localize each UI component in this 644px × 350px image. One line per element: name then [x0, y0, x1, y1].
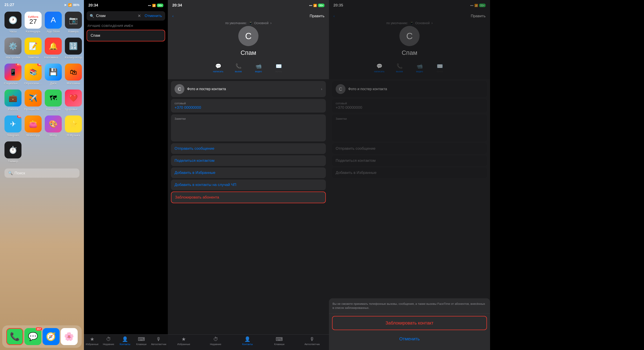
calendar-day: 27: [29, 18, 37, 25]
edit-button-4: Править: [471, 14, 486, 18]
photo-poster-avatar-4: С: [336, 84, 346, 94]
block-dialog-screen: 20:35 ▪▪▪ 📶 31+ ‹ Править по умолчанию: …: [329, 0, 490, 350]
app-reminders[interactable]: 🔔 Напоминания: [44, 38, 62, 59]
tab-contacts-3[interactable]: 👤 Контакты: [241, 336, 254, 346]
cancel-button[interactable]: Отменить: [144, 14, 162, 18]
contact-result[interactable]: Спам: [86, 30, 165, 42]
app-nav[interactable]: 🗺 Навигация: [44, 90, 62, 111]
search-clear-icon[interactable]: ✕: [138, 14, 141, 18]
messages-badge: 657: [36, 327, 42, 331]
tab-recent-3[interactable]: ⏱ Недавние: [209, 336, 222, 346]
app-clock[interactable]: 🕐 Часы: [4, 12, 22, 33]
dock-phone[interactable]: 📞: [6, 328, 23, 345]
app-appstore[interactable]: A App Store: [44, 12, 62, 33]
dock-messages[interactable]: 💬 657: [24, 328, 42, 345]
notes-section-4: Заметки: [332, 114, 487, 142]
app-timer[interactable]: ⏱️ Таймер: [4, 142, 22, 163]
social-icon: 📱 451: [4, 64, 22, 80]
edu-label: Образование: [24, 82, 42, 85]
health-label: Здоровье и фит...: [64, 108, 82, 111]
default-icon: 📱: [248, 21, 252, 25]
tab-voicemail-2[interactable]: 🎙 Автоответчик: [151, 336, 166, 346]
edit-button-3[interactable]: Править: [310, 14, 324, 18]
add-favorites-btn-3[interactable]: Добавить в Избранные: [171, 168, 326, 178]
tab-favorites-3[interactable]: ★ Избранные: [177, 336, 190, 346]
tab-voicemail-3[interactable]: 🎙 Автоответчик: [304, 336, 320, 346]
status-bar: 21:27 ➤ 📶 86%: [0, 0, 84, 8]
message-label-3: написать: [213, 70, 223, 73]
keyboard-icon-2: ⌨: [138, 336, 145, 342]
share-contact-btn-3[interactable]: Поделиться контактом: [171, 155, 326, 166]
calendar-icon: Суббота 27: [24, 12, 42, 29]
action-call-3[interactable]: 📞 вызов: [230, 60, 247, 76]
phone-section-3: сотовый +370 00000000: [171, 99, 326, 112]
action-call-4: 📞 вызов: [391, 60, 408, 76]
photo-poster-3[interactable]: С Фото и постер контакта ›: [171, 81, 326, 97]
add-emergency-btn-3[interactable]: Добавить в контакты на случай ЧП: [171, 180, 326, 190]
app-disk[interactable]: 💾 Диск: [44, 64, 62, 85]
phone-row-3[interactable]: сотовый +370 00000000: [171, 99, 326, 112]
video-label-4: видео: [416, 70, 423, 73]
app-shops[interactable]: 🛍 Магазины: [64, 64, 82, 85]
app-notes[interactable]: 📝 Заметки: [24, 38, 42, 59]
block-btn-3[interactable]: Заблокировать абонента: [171, 192, 326, 203]
voicemail-icon-3: 🎙: [310, 336, 314, 342]
tab-keyboard-3[interactable]: ⌨ Клавиши: [272, 336, 286, 346]
back-button-4: ‹: [334, 14, 335, 18]
block-confirm-button[interactable]: Заблокировать контакт: [332, 316, 487, 330]
app-edu[interactable]: 📚 96 Образование: [24, 64, 42, 85]
app-telegram[interactable]: ✈ 65 Telegram: [4, 116, 22, 137]
bottom-spacer-3: [168, 204, 329, 232]
app-settings[interactable]: ⚙️ Настройки: [4, 38, 22, 59]
tab-favorites-2[interactable]: ★ Избранные: [86, 336, 99, 346]
signal-icon-4: ▪▪▪: [470, 4, 474, 7]
health-icon: ❤️: [65, 90, 82, 106]
favorites-label-2: Избранные: [86, 343, 99, 346]
block-cancel-button[interactable]: Отменить: [332, 332, 487, 346]
edu-badge: 96: [37, 64, 42, 66]
timer-icon: ⏱️: [4, 142, 22, 158]
message-icon-4: 💬: [376, 63, 382, 69]
dock-photos[interactable]: 🌸: [61, 328, 78, 345]
appstore-label: App Store: [47, 30, 60, 33]
add-favorites-btn-4: Добавить в Избранные: [332, 168, 487, 178]
call-label-3: вызов: [235, 70, 242, 73]
keyboard-icon-3: ⌨: [276, 336, 283, 342]
settings-icon: ⚙️: [4, 38, 22, 54]
app-moby[interactable]: 🎨 Moby: [44, 116, 62, 137]
mail-icon-3: ✉️: [276, 63, 282, 69]
contact-name-3: Спам: [240, 49, 256, 56]
battery: 86%: [73, 3, 80, 7]
phone-row-4: сотовый +370 00000000: [332, 99, 487, 112]
app-camera[interactable]: 📷 Камера: [64, 12, 82, 33]
messages-icon: 💬 657: [24, 328, 42, 345]
action-video-3[interactable]: 📹 видео: [250, 60, 267, 76]
contact-detail-screen: 20:34 ▪▪▪ 📶 30+ ‹ Править по умолчанию: …: [168, 0, 329, 350]
status-bar-4: 20:35 ▪▪▪ 📶 31+: [329, 0, 490, 10]
app-health[interactable]: ❤️ Здоровье и фит...: [64, 90, 82, 111]
back-button-3[interactable]: ‹: [172, 14, 174, 18]
app-social[interactable]: 📱 451 Социальные сети: [4, 64, 22, 85]
tab-recent-2[interactable]: ⏱ Недавние: [102, 336, 115, 346]
action-message-3[interactable]: 💬 написать: [210, 60, 227, 76]
message-label-4: написать: [374, 70, 384, 73]
section-header: ЛУЧШИЕ СОВПАДЕНИЯ ИМЁН: [84, 22, 168, 28]
dock-safari[interactable]: 🧭: [42, 328, 60, 345]
calculator-icon: 🔢: [65, 38, 82, 54]
tab-keyboard-2[interactable]: ⌨ Клавиши: [135, 336, 148, 346]
send-message-btn-3[interactable]: Отправить сообщение: [171, 143, 326, 154]
app-yamusic[interactable]: ⭐ Я.Музыка: [64, 116, 82, 137]
notes-row-4: Заметки: [332, 114, 487, 142]
tab-contacts-2[interactable]: 👤 Контакты: [118, 336, 132, 346]
action-mail-3[interactable]: ✉️ почта: [270, 60, 287, 76]
search-bar[interactable]: 🔍 Поиск: [4, 168, 80, 178]
app-work[interactable]: 💼 Работа: [4, 90, 22, 111]
app-calendar[interactable]: Суббота 27 Календарь: [24, 12, 42, 33]
notes-row-3[interactable]: Заметки: [171, 114, 326, 142]
app-travel[interactable]: ✈️ Путешествия: [24, 90, 42, 111]
app-calculator[interactable]: 🔢 Калькулятор: [64, 38, 82, 59]
search-field[interactable]: 🔍 Спам ✕ Отменить: [86, 11, 165, 20]
work-label: Работа: [8, 108, 18, 111]
app-wallet[interactable]: 👛 WalletApp: [24, 116, 42, 137]
contacts-label-2: Контакты: [120, 343, 130, 346]
